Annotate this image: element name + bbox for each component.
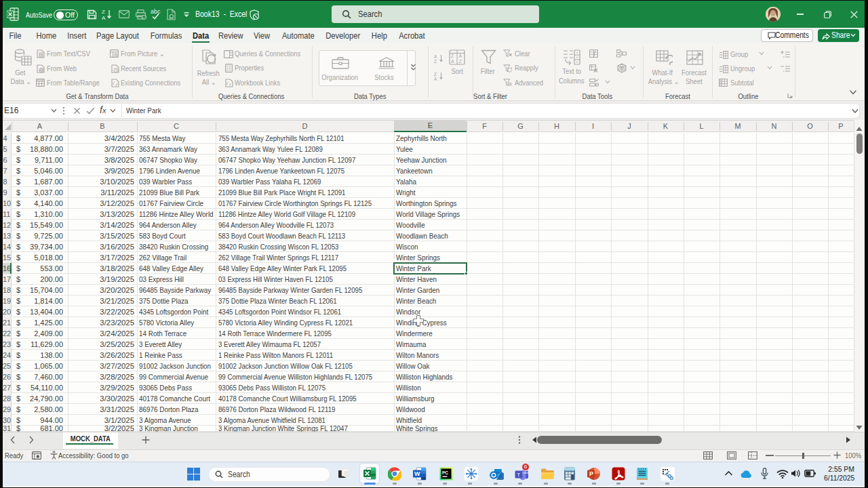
svg-text:T: T [517,472,520,478]
svg-text:PC: PC [442,470,448,475]
svg-text:P: P [589,470,593,477]
svg-text:W: W [414,470,420,477]
